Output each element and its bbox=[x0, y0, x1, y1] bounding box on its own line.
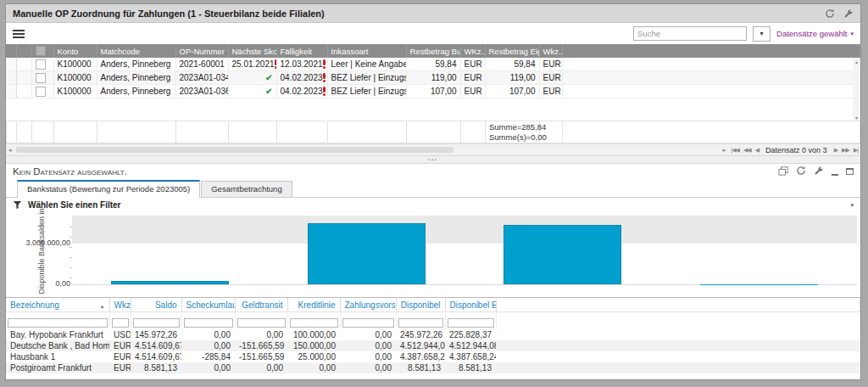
nav-prev-icon[interactable]: ◀ bbox=[755, 147, 759, 154]
bank-column-header-4[interactable]: Geldtransit bbox=[235, 298, 287, 312]
bank-filter-input-2[interactable] bbox=[133, 318, 180, 328]
row-checkbox[interactable] bbox=[36, 59, 46, 70]
column-header-op_nummer[interactable]: OP-Nummer bbox=[175, 44, 228, 58]
axis-tick bbox=[70, 237, 72, 238]
row-checkbox-cell bbox=[31, 85, 53, 98]
records-selected-dropdown[interactable]: Datensätze gewählt ▾ bbox=[776, 29, 854, 38]
column-header-matchcode[interactable]: Matchcode bbox=[97, 44, 175, 58]
column-header-konto[interactable]: Konto bbox=[53, 44, 97, 58]
scroll-right-icon[interactable]: ▸ bbox=[723, 147, 726, 154]
tab-gesamtbetrachtung[interactable]: Gesamtbetrachtung bbox=[201, 181, 292, 197]
bank-column-header-2[interactable]: Saldo bbox=[131, 298, 181, 312]
row-selector[interactable] bbox=[6, 85, 16, 98]
wrench-icon[interactable] bbox=[843, 8, 854, 19]
exclamation-icon bbox=[323, 87, 324, 96]
cell-restbetrag_buch: 59,84 bbox=[406, 58, 460, 71]
refresh-icon[interactable] bbox=[825, 8, 835, 19]
cell-faelligkeit-text: 04.02.2023 bbox=[281, 73, 323, 82]
row-checkbox[interactable] bbox=[36, 87, 46, 97]
row-checkbox[interactable] bbox=[36, 73, 46, 83]
bank-filter-input-1[interactable] bbox=[112, 318, 129, 328]
bank-filter-input-5[interactable] bbox=[290, 318, 338, 328]
bank-cell-0: Deutsche Bank , Bad Homburg bbox=[6, 340, 109, 351]
table-row[interactable]: K100000Anders, Pinneberg2023A01-034✔04.0… bbox=[6, 71, 860, 85]
nav-first-icon[interactable]: |◀◀ bbox=[731, 147, 739, 154]
bank-table-row[interactable]: Deutsche Bank , Bad HomburgEUR4.514.609,… bbox=[6, 340, 860, 351]
scroll-down-icon[interactable]: ▾ bbox=[855, 115, 858, 121]
table-row[interactable]: K100000Anders, Pinneberg2021-6000125.01.… bbox=[6, 58, 860, 71]
bank-cell-4: 0,00 bbox=[235, 329, 287, 340]
axis-tick bbox=[70, 247, 72, 248]
bank-table-row[interactable]: Bay. Hypobank FrankfurtUSD145.972,260,00… bbox=[6, 329, 860, 340]
column-header-wkz2[interactable]: Wkz... bbox=[539, 44, 562, 58]
bank-filter-input-3[interactable] bbox=[184, 318, 233, 328]
cascade-windows-icon[interactable] bbox=[778, 166, 788, 177]
row-indicator bbox=[16, 58, 31, 71]
search-filter-button[interactable]: ▼ bbox=[753, 26, 771, 42]
cell-inkassoart: Leer | Keine Angabe bbox=[327, 58, 406, 71]
cell-filler bbox=[562, 85, 860, 98]
chart-filter-row[interactable]: Wählen Sie einen Filter ▾ bbox=[6, 198, 860, 212]
column-header-wkz1[interactable]: WKz... bbox=[460, 44, 485, 58]
bank-cell-4: -151.665,59 bbox=[235, 340, 287, 351]
bank-column-header-6[interactable]: Zahlungsvorsch... bbox=[340, 298, 396, 312]
bank-filter-input-8[interactable] bbox=[448, 318, 494, 328]
vertical-scrollbar[interactable]: ▴ ▾ bbox=[853, 59, 860, 121]
minimize-icon[interactable] bbox=[832, 174, 838, 176]
maximize-icon[interactable] bbox=[846, 168, 854, 175]
cell-wkz2: EUR bbox=[539, 71, 562, 85]
nav-next-page-icon[interactable]: ▶▶ bbox=[842, 147, 849, 154]
search-input[interactable] bbox=[633, 26, 747, 41]
column-header-skonto[interactable]: Nächste Skonto... bbox=[228, 44, 276, 58]
bank-filter-input-0[interactable] bbox=[8, 318, 108, 328]
bank-column-header-3[interactable]: Scheckumlauf bbox=[181, 298, 235, 312]
column-header-restbetrag_buch[interactable]: Restbetrag Buch... bbox=[406, 44, 460, 58]
cell-restbetrag_eigen: 59,84 bbox=[485, 58, 539, 71]
column-header-restbetrag_eigen[interactable]: Restbetrag Eigen... bbox=[485, 44, 539, 58]
bank-filter-cell-5 bbox=[287, 312, 340, 330]
bank-cell-3: -285,84 bbox=[181, 351, 235, 362]
bank-column-header-5[interactable]: Kreditlinie bbox=[287, 298, 340, 312]
bank-cell-5: 100.000,00 bbox=[287, 329, 340, 340]
cell-konto: K100000 bbox=[53, 58, 97, 71]
menu-icon[interactable] bbox=[13, 30, 25, 38]
scroll-up-icon[interactable]: ▴ bbox=[855, 59, 858, 64]
bank-column-header-0[interactable]: Bezeichnung▲ bbox=[6, 298, 109, 312]
column-header-inkassoart[interactable]: Inkassoart bbox=[327, 44, 406, 58]
select-all-checkbox[interactable] bbox=[36, 46, 46, 56]
row-selector[interactable] bbox=[6, 58, 16, 71]
row-checkbox-cell bbox=[31, 58, 53, 71]
scrollbar-track[interactable] bbox=[14, 146, 721, 154]
nav-next-icon[interactable]: ▶ bbox=[834, 147, 837, 154]
axis-tick bbox=[70, 278, 72, 278]
axis-tick bbox=[70, 267, 72, 268]
filter-caret-icon[interactable]: ▾ bbox=[850, 202, 854, 209]
column-header-faelligkeit[interactable]: Fälligkeit bbox=[276, 44, 327, 58]
bank-table-row[interactable]: Hausbank 1EUR4.514.609,67-285,84-151.665… bbox=[6, 351, 860, 362]
tab-bankstatus[interactable]: Bankstatus (Bewertung zur Periode 202300… bbox=[17, 180, 200, 198]
bank-filter-input-7[interactable] bbox=[398, 318, 443, 328]
bank-cell-2: 145.972,26 bbox=[131, 329, 181, 340]
bank-cell-6: 0,00 bbox=[340, 362, 396, 373]
refresh-icon[interactable] bbox=[796, 165, 806, 177]
bank-column-header-7[interactable]: Disponibel bbox=[396, 298, 445, 312]
row-selector[interactable] bbox=[6, 71, 16, 85]
table-row[interactable]: K100000Anders, Pinneberg2023A01-036✔04.0… bbox=[6, 85, 860, 98]
bank-filter-cell-2 bbox=[131, 312, 181, 330]
selection-status: Kein Datensatz ausgewählt. bbox=[13, 166, 127, 177]
splitter-handle[interactable]: ••• bbox=[6, 155, 860, 164]
bank-column-header-8[interactable]: Disponibel Eige... bbox=[445, 298, 496, 312]
record-counter: Datensatz 0 von 3 bbox=[765, 146, 827, 154]
cell-filler bbox=[562, 71, 860, 85]
bank-table-row[interactable]: Postgiroamt FrankfurtEUR8.581,130,000,00… bbox=[6, 362, 860, 373]
bank-filter-input-4[interactable] bbox=[237, 318, 286, 328]
wrench-icon[interactable] bbox=[814, 165, 824, 177]
bank-filter-input-6[interactable] bbox=[342, 318, 394, 328]
nav-last-icon[interactable]: ▶| bbox=[854, 147, 858, 154]
bank-column-header-1[interactable]: Wkz... bbox=[109, 298, 131, 312]
toolbar: ▼ Datensätze gewählt ▾ bbox=[6, 23, 860, 44]
nav-prev-page-icon[interactable]: ◀◀ bbox=[743, 147, 751, 154]
scroll-left-icon[interactable]: ◂ bbox=[8, 147, 12, 154]
cell-wkz1: EUR bbox=[460, 58, 485, 71]
scrollbar-thumb[interactable] bbox=[16, 147, 454, 153]
